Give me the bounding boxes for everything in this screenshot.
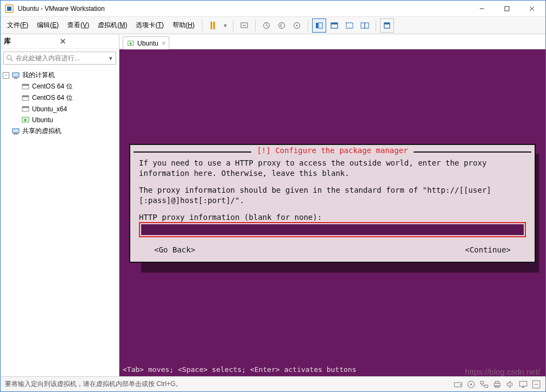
svg-rect-26 [22,84,29,86]
tree-vm-ubuntu[interactable]: Ubuntu [1,115,119,125]
pause-button[interactable] [206,18,220,33]
continue-button[interactable]: <Continue> [465,245,511,255]
tree-shared-vms[interactable]: 共享的虚拟机 [1,125,119,137]
view-mode-3[interactable] [342,18,357,33]
menubar: 文件(F) 编辑(E) 查看(V) 虚拟机(M) 选项卡(T) 帮助(H) ▾ [1,17,545,34]
sidebar: 库 ✕ ▼ − 我的计算机 CentOS 64 [1,34,119,376]
tab-label: Ubuntu [137,40,158,47]
dialog-title: [!] Configure the package manager [255,146,410,155]
cd-icon[interactable] [466,380,476,389]
tree-vm-centos-2[interactable]: CentOS 64 位 [1,92,119,104]
toolbar-separator [376,20,376,31]
toolbar-separator [308,20,308,31]
tabbar: Ubuntu × [119,34,545,49]
window-title: Ubuntu - VMware Workstation [18,5,469,12]
sidebar-search-wrap: ▼ [1,49,119,67]
tree-vm-ubuntu-x64[interactable]: Ubuntu_x64 [1,104,119,115]
tree-label: CentOS 64 位 [32,82,73,91]
vm-running-icon [21,116,30,124]
printer-icon[interactable] [492,380,502,389]
disk-icon[interactable] [453,380,463,389]
svg-rect-1 [7,7,11,11]
fullscreen-button[interactable] [380,18,394,33]
svg-rect-45 [496,381,499,383]
tree-label: 我的计算机 [22,71,55,80]
vm-icon [21,94,30,103]
minimize-button[interactable] [469,1,494,16]
shared-icon [11,127,20,136]
menu-help[interactable]: 帮助(H) [168,18,199,32]
chevron-down-icon[interactable]: ▼ [108,55,113,61]
tree-label: Ubuntu [32,116,53,124]
power-dropdown[interactable]: ▾ [221,18,229,33]
toolbar-separator [233,20,233,31]
proxy-field-box [139,222,526,237]
network-icon[interactable] [479,380,489,389]
window-controls [469,1,544,16]
maximize-button[interactable] [494,1,519,16]
svg-point-35 [16,132,18,135]
sidebar-search[interactable]: ▼ [3,52,116,65]
close-button[interactable] [519,1,544,16]
svg-rect-17 [361,23,365,28]
statusbar: 要将输入定向到该虚拟机，请在虚拟机内部单击或按 Ctrl+G。 [1,376,545,391]
snapshot-button[interactable] [259,18,274,33]
sidebar-close-icon[interactable]: ✕ [58,37,116,46]
sound-icon[interactable] [505,380,515,389]
menu-vm[interactable]: 虚拟机(M) [93,18,131,32]
svg-rect-7 [243,25,246,26]
manage-snapshots-button[interactable] [290,18,304,33]
dialog-text-1: If you need to use a HTTP proxy to acces… [139,158,526,179]
app-window: Ubuntu - VMware Workstation 文件(F) 编辑(E) … [0,0,546,392]
search-input[interactable] [16,54,106,62]
svg-rect-48 [522,387,525,388]
installer-helpbar: <Tab> moves; <Space> selects; <Enter> ac… [119,365,545,376]
svg-point-11 [296,24,298,26]
go-back-button[interactable]: <Go Back> [154,245,195,255]
tree-root-mycomputer[interactable]: − 我的计算机 [1,69,119,81]
tab-close-icon[interactable]: × [162,39,166,47]
vm-icon [21,83,30,91]
device-menu-icon[interactable] [531,380,541,389]
menu-tabs[interactable]: 选项卡(T) [131,18,168,32]
svg-rect-18 [365,23,369,28]
vm-icon [21,105,30,113]
vm-viewport[interactable]: [!] Configure the package manager If you… [119,49,545,376]
svg-rect-33 [12,129,19,133]
svg-rect-13 [319,23,322,28]
svg-rect-16 [346,23,353,28]
computer-icon [11,71,20,80]
send-keys-button[interactable] [237,18,251,33]
proxy-input[interactable] [141,224,524,235]
svg-rect-42 [480,381,484,384]
svg-rect-30 [22,106,29,108]
menu-edit[interactable]: 编辑(E) [33,18,63,32]
tree-label: CentOS 64 位 [32,93,73,103]
tab-ubuntu[interactable]: Ubuntu × [123,36,169,49]
tree-label: Ubuntu_x64 [32,105,67,113]
status-text: 要将输入定向到该虚拟机，请在虚拟机内部单击或按 Ctrl+G。 [5,380,453,389]
svg-rect-43 [485,385,488,388]
svg-rect-20 [384,23,390,24]
svg-point-41 [470,383,472,385]
view-mode-2[interactable] [327,18,341,33]
tree-vm-centos-1[interactable]: CentOS 64 位 [1,81,119,92]
svg-point-9 [279,22,285,28]
installer-dialog: [!] Configure the package manager If you… [129,144,536,263]
svg-rect-3 [505,7,509,11]
menu-view[interactable]: 查看(V) [63,18,93,32]
field-label: HTTP proxy information (blank for none): [139,212,526,223]
svg-rect-15 [331,23,338,24]
view-mode-1[interactable] [312,18,326,33]
svg-rect-47 [519,381,527,386]
display-icon[interactable] [518,380,528,389]
view-mode-4[interactable] [358,18,372,33]
menu-file[interactable]: 文件(F) [3,18,33,32]
svg-rect-23 [12,73,19,77]
app-icon [5,4,14,13]
svg-rect-12 [316,23,318,28]
revert-button[interactable] [275,18,289,33]
collapse-icon[interactable]: − [3,72,9,79]
sidebar-header: 库 ✕ [1,34,119,49]
vm-tree: − 我的计算机 CentOS 64 位 CentOS 64 位 [1,67,119,376]
